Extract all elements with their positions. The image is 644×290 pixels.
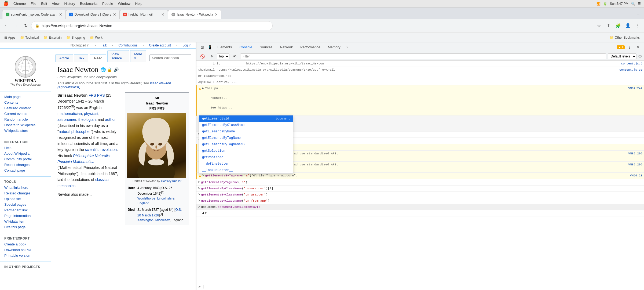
eye-icon[interactable]: 👁 — [231, 53, 239, 60]
bookmark-shopping[interactable]: 📁 Shopping — [64, 35, 87, 41]
mathematician-link[interactable]: mathematician — [57, 111, 82, 116]
philosopher-link[interactable]: natural philosopher — [59, 129, 91, 134]
translate-icon[interactable]: T — [604, 21, 613, 30]
autocomplete-item-getelementbyid[interactable]: getElementById Document — [199, 115, 293, 122]
search-icon[interactable]: 🔍 — [631, 2, 635, 6]
tab-2-close[interactable]: ✕ — [113, 12, 116, 17]
autocomplete-item-lookupgetter[interactable]: __lookupGetter__ — [199, 167, 293, 173]
sidebar-item-donate[interactable]: Donate to Wikipedia — [0, 122, 51, 128]
principia-link[interactable]: Philosophiæ Naturalis Principia Mathemat… — [57, 154, 110, 164]
menu-history[interactable]: History — [64, 2, 75, 6]
console-source-1[interactable]: content.js:5 — [621, 61, 642, 66]
reload-button[interactable]: ↻ — [21, 21, 30, 30]
sidebar-item-featured[interactable]: Featured content — [0, 105, 51, 111]
physicist-link[interactable]: physicist — [84, 111, 98, 116]
extensions-icon[interactable]: 🧩 — [614, 21, 623, 30]
devtools-more-tabs[interactable]: » — [344, 44, 350, 50]
console-source-2[interactable]: content.js:30 — [619, 67, 642, 72]
profile-icon[interactable]: 👤 — [624, 21, 632, 30]
sidebar-item-contact[interactable]: Contact page — [0, 168, 51, 173]
england-link[interactable]: England — [137, 201, 149, 205]
autocomplete-item-getelementsbytagnamens[interactable]: getElementsByTagNameNS — [199, 141, 293, 148]
sidebar-item-help[interactable]: Help — [0, 145, 51, 151]
devtools-tab-console[interactable]: Console — [236, 44, 256, 51]
tab-3[interactable]: H href.html#turmoil ✕ — [120, 10, 168, 19]
autocomplete-dropdown[interactable]: getElementById Document getElementsByCla… — [199, 115, 293, 174]
bookmark-work[interactable]: 📁 Work — [88, 35, 105, 41]
console-output[interactable]: --------init------------- https://en.wik… — [196, 61, 644, 283]
classical-mechanics-link[interactable]: classical mechanics — [57, 177, 109, 188]
devtools-tab-sources[interactable]: Sources — [256, 44, 276, 51]
clear-console-icon[interactable]: 🚫 — [199, 53, 206, 60]
sidebar-item-upload[interactable]: Upload file — [0, 196, 51, 202]
bookmark-star-icon[interactable]: ☆ — [595, 21, 603, 30]
autocomplete-item-getelementsbyclassname[interactable]: getElementsByClassName — [199, 122, 293, 128]
preserve-log-icon[interactable]: ⊘ — [208, 53, 215, 60]
sidebar-item-printable[interactable]: Printable version — [0, 253, 51, 258]
sidebar-item-create-book[interactable]: Create a book — [0, 241, 51, 247]
autocomplete-item-getelementsbytagname[interactable]: getElementsByTagName — [199, 135, 293, 141]
prs-link[interactable]: PRS — [97, 93, 105, 97]
revolution-link[interactable]: scientific revolution — [85, 147, 117, 152]
devtools-tab-network[interactable]: Network — [276, 44, 297, 51]
sidebar-item-special[interactable]: Special pages — [0, 202, 51, 207]
autocomplete-item-definegetter[interactable]: __defineGetter__ — [199, 161, 293, 167]
sidebar-item-recent[interactable]: Recent changes — [0, 162, 51, 168]
autocomplete-item-getselection[interactable]: getSelection — [199, 148, 293, 154]
talk-link[interactable]: Talk — [101, 44, 107, 47]
console-source-5[interactable]: VM94:23 — [630, 173, 642, 178]
sidebar-item-download-pdf[interactable]: Download as PDF — [0, 247, 51, 253]
menu-file[interactable]: File — [31, 2, 36, 6]
sidebar-item-related[interactable]: Related changes — [0, 190, 51, 196]
menu-people[interactable]: People — [102, 2, 113, 6]
bookmark-technical[interactable]: 📁 Technical — [18, 35, 41, 41]
entry-arrow-7[interactable]: > — [198, 180, 200, 185]
entry-arrow-6[interactable]: > — [202, 173, 204, 178]
bookmark-entertain[interactable]: 📁 Entertain — [41, 35, 64, 41]
devtools-settings-icon[interactable]: ⋮ — [626, 44, 633, 51]
astronomer-link[interactable]: astronomer — [57, 117, 76, 122]
author-link[interactable]: author — [105, 117, 116, 122]
autocomplete-item-getrootnode[interactable]: getRootNode — [199, 154, 293, 161]
expand-arrow-1[interactable]: ▶ — [202, 86, 204, 91]
sidebar-item-page-info[interactable]: Page information — [0, 213, 51, 219]
apple-menu[interactable]: 🍎 — [3, 1, 9, 6]
console-source-warn-1[interactable]: VM89:242 — [628, 86, 642, 91]
create-account-link[interactable]: Create account — [149, 44, 171, 47]
console-source-4[interactable]: VM89:209 — [628, 162, 642, 167]
devtools-tab-elements[interactable]: Elements — [214, 44, 236, 51]
entry-arrow-10[interactable]: > — [198, 198, 200, 203]
devtools-tab-memory[interactable]: Memory — [324, 44, 344, 51]
menu-bookmarks[interactable]: Bookmarks — [80, 2, 97, 6]
new-tab-button[interactable]: + — [634, 11, 642, 19]
sidebar-item-store[interactable]: Wikipedia store — [0, 128, 51, 133]
context-selector[interactable]: top — [217, 53, 229, 59]
devtools-tab-performance[interactable]: Performance — [297, 44, 324, 51]
sidebar-item-random[interactable]: Random article — [0, 117, 51, 122]
tab-1-close[interactable]: ✕ — [59, 12, 62, 17]
console-source-3[interactable]: VM89:209 — [628, 151, 642, 156]
woolsthorpe-link[interactable]: Woolsthorpe, Lincolnshire — [137, 197, 174, 200]
theologian-link[interactable]: theologian — [78, 117, 96, 122]
url-bar[interactable]: 🔒 https://en.wikipedia.org/wiki/Isaac_Ne… — [31, 21, 273, 30]
tab-1[interactable]: G suneri/junior_spider: Code exa... ✕ — [2, 10, 66, 19]
sidebar-item-community[interactable]: Community portal — [0, 156, 51, 162]
forward-button[interactable]: → — [12, 21, 20, 30]
menu-help[interactable]: Help — [135, 2, 142, 6]
controls-icon[interactable]: ☰ — [638, 2, 641, 6]
devtools-mobile-icon[interactable]: 📱 — [206, 44, 214, 51]
devtools-inspect-icon[interactable]: ⊡ — [199, 44, 206, 51]
devtools-close-icon[interactable]: ✕ — [634, 44, 642, 51]
infobox-caption-link[interactable]: Godfrey Kneller — [161, 179, 181, 183]
sidebar-item-contents[interactable]: Contents — [0, 100, 51, 105]
tab-2[interactable]: J Download jQuery | jQuery ✕ — [66, 10, 120, 19]
url-text[interactable]: https://en.wikipedia.org/wiki/Isaac_Newt… — [42, 24, 112, 28]
wiki-search-input[interactable] — [150, 55, 191, 61]
menu-window[interactable]: Window — [118, 2, 130, 6]
back-button[interactable]: ← — [2, 21, 11, 30]
tab-4-close[interactable]: ✕ — [215, 12, 218, 17]
wiki-tab-talk[interactable]: Talk — [74, 54, 88, 62]
hatnote-link[interactable]: Isaac Newton (agriculturalist) — [57, 81, 171, 89]
wiki-tab-article[interactable]: Article — [55, 54, 73, 62]
log-levels-selector[interactable]: Default levels — [608, 53, 636, 59]
